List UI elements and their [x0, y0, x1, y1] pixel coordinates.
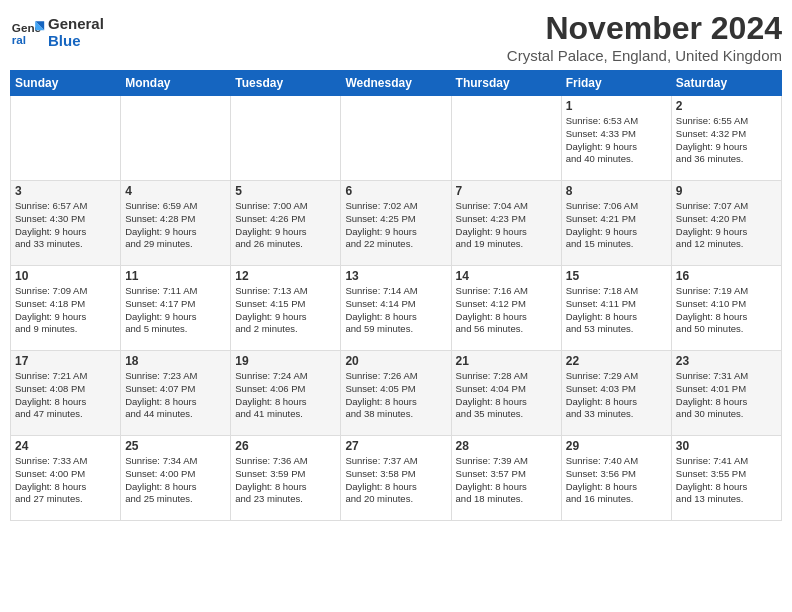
calendar-cell: 13Sunrise: 7:14 AM Sunset: 4:14 PM Dayli… — [341, 266, 451, 351]
calendar-cell: 20Sunrise: 7:26 AM Sunset: 4:05 PM Dayli… — [341, 351, 451, 436]
calendar-cell: 10Sunrise: 7:09 AM Sunset: 4:18 PM Dayli… — [11, 266, 121, 351]
day-info: Sunrise: 7:21 AM Sunset: 4:08 PM Dayligh… — [15, 370, 116, 421]
title-section: November 2024 Crystal Palace, England, U… — [507, 10, 782, 64]
calendar-cell: 30Sunrise: 7:41 AM Sunset: 3:55 PM Dayli… — [671, 436, 781, 521]
logo-icon: Gene ral — [10, 14, 46, 50]
calendar-cell — [11, 96, 121, 181]
weekday-header: Tuesday — [231, 71, 341, 96]
day-number: 8 — [566, 184, 667, 198]
day-number: 24 — [15, 439, 116, 453]
day-info: Sunrise: 7:23 AM Sunset: 4:07 PM Dayligh… — [125, 370, 226, 421]
month-title: November 2024 — [507, 10, 782, 47]
day-number: 20 — [345, 354, 446, 368]
calendar-cell: 24Sunrise: 7:33 AM Sunset: 4:00 PM Dayli… — [11, 436, 121, 521]
day-info: Sunrise: 6:59 AM Sunset: 4:28 PM Dayligh… — [125, 200, 226, 251]
day-info: Sunrise: 7:06 AM Sunset: 4:21 PM Dayligh… — [566, 200, 667, 251]
weekday-header: Friday — [561, 71, 671, 96]
day-info: Sunrise: 7:07 AM Sunset: 4:20 PM Dayligh… — [676, 200, 777, 251]
day-number: 13 — [345, 269, 446, 283]
calendar-week-row: 10Sunrise: 7:09 AM Sunset: 4:18 PM Dayli… — [11, 266, 782, 351]
calendar-cell: 3Sunrise: 6:57 AM Sunset: 4:30 PM Daylig… — [11, 181, 121, 266]
weekday-header: Thursday — [451, 71, 561, 96]
calendar-cell: 4Sunrise: 6:59 AM Sunset: 4:28 PM Daylig… — [121, 181, 231, 266]
day-number: 4 — [125, 184, 226, 198]
calendar-cell: 1Sunrise: 6:53 AM Sunset: 4:33 PM Daylig… — [561, 96, 671, 181]
day-number: 18 — [125, 354, 226, 368]
calendar-header: SundayMondayTuesdayWednesdayThursdayFrid… — [11, 71, 782, 96]
logo: Gene ral General Blue — [10, 14, 104, 50]
day-number: 30 — [676, 439, 777, 453]
day-info: Sunrise: 7:39 AM Sunset: 3:57 PM Dayligh… — [456, 455, 557, 506]
day-number: 5 — [235, 184, 336, 198]
day-info: Sunrise: 7:37 AM Sunset: 3:58 PM Dayligh… — [345, 455, 446, 506]
weekday-header: Sunday — [11, 71, 121, 96]
calendar-cell: 29Sunrise: 7:40 AM Sunset: 3:56 PM Dayli… — [561, 436, 671, 521]
calendar-cell: 16Sunrise: 7:19 AM Sunset: 4:10 PM Dayli… — [671, 266, 781, 351]
logo-line1: General — [48, 15, 104, 32]
calendar-cell: 7Sunrise: 7:04 AM Sunset: 4:23 PM Daylig… — [451, 181, 561, 266]
calendar-cell: 11Sunrise: 7:11 AM Sunset: 4:17 PM Dayli… — [121, 266, 231, 351]
day-info: Sunrise: 7:36 AM Sunset: 3:59 PM Dayligh… — [235, 455, 336, 506]
day-info: Sunrise: 6:53 AM Sunset: 4:33 PM Dayligh… — [566, 115, 667, 166]
day-info: Sunrise: 7:09 AM Sunset: 4:18 PM Dayligh… — [15, 285, 116, 336]
day-info: Sunrise: 7:41 AM Sunset: 3:55 PM Dayligh… — [676, 455, 777, 506]
calendar-cell — [341, 96, 451, 181]
day-info: Sunrise: 7:11 AM Sunset: 4:17 PM Dayligh… — [125, 285, 226, 336]
day-number: 2 — [676, 99, 777, 113]
calendar-cell: 15Sunrise: 7:18 AM Sunset: 4:11 PM Dayli… — [561, 266, 671, 351]
calendar-week-row: 3Sunrise: 6:57 AM Sunset: 4:30 PM Daylig… — [11, 181, 782, 266]
day-number: 6 — [345, 184, 446, 198]
day-info: Sunrise: 7:31 AM Sunset: 4:01 PM Dayligh… — [676, 370, 777, 421]
day-number: 14 — [456, 269, 557, 283]
weekday-header: Saturday — [671, 71, 781, 96]
calendar-week-row: 1Sunrise: 6:53 AM Sunset: 4:33 PM Daylig… — [11, 96, 782, 181]
day-info: Sunrise: 7:34 AM Sunset: 4:00 PM Dayligh… — [125, 455, 226, 506]
calendar-cell: 22Sunrise: 7:29 AM Sunset: 4:03 PM Dayli… — [561, 351, 671, 436]
day-info: Sunrise: 7:28 AM Sunset: 4:04 PM Dayligh… — [456, 370, 557, 421]
svg-text:ral: ral — [12, 33, 26, 46]
calendar-cell: 19Sunrise: 7:24 AM Sunset: 4:06 PM Dayli… — [231, 351, 341, 436]
day-number: 25 — [125, 439, 226, 453]
day-number: 10 — [15, 269, 116, 283]
calendar-cell: 23Sunrise: 7:31 AM Sunset: 4:01 PM Dayli… — [671, 351, 781, 436]
weekday-header: Monday — [121, 71, 231, 96]
day-info: Sunrise: 7:33 AM Sunset: 4:00 PM Dayligh… — [15, 455, 116, 506]
day-number: 9 — [676, 184, 777, 198]
day-number: 11 — [125, 269, 226, 283]
day-number: 21 — [456, 354, 557, 368]
day-info: Sunrise: 7:13 AM Sunset: 4:15 PM Dayligh… — [235, 285, 336, 336]
day-info: Sunrise: 7:16 AM Sunset: 4:12 PM Dayligh… — [456, 285, 557, 336]
calendar-cell: 6Sunrise: 7:02 AM Sunset: 4:25 PM Daylig… — [341, 181, 451, 266]
day-info: Sunrise: 7:29 AM Sunset: 4:03 PM Dayligh… — [566, 370, 667, 421]
logo-line2: Blue — [48, 32, 104, 49]
calendar-week-row: 17Sunrise: 7:21 AM Sunset: 4:08 PM Dayli… — [11, 351, 782, 436]
day-info: Sunrise: 6:57 AM Sunset: 4:30 PM Dayligh… — [15, 200, 116, 251]
day-info: Sunrise: 7:02 AM Sunset: 4:25 PM Dayligh… — [345, 200, 446, 251]
day-info: Sunrise: 7:40 AM Sunset: 3:56 PM Dayligh… — [566, 455, 667, 506]
day-info: Sunrise: 7:26 AM Sunset: 4:05 PM Dayligh… — [345, 370, 446, 421]
calendar-cell — [451, 96, 561, 181]
calendar-table: SundayMondayTuesdayWednesdayThursdayFrid… — [10, 70, 782, 521]
day-number: 15 — [566, 269, 667, 283]
day-number: 26 — [235, 439, 336, 453]
calendar-cell: 21Sunrise: 7:28 AM Sunset: 4:04 PM Dayli… — [451, 351, 561, 436]
day-number: 28 — [456, 439, 557, 453]
day-number: 16 — [676, 269, 777, 283]
calendar-cell: 12Sunrise: 7:13 AM Sunset: 4:15 PM Dayli… — [231, 266, 341, 351]
calendar-cell: 17Sunrise: 7:21 AM Sunset: 4:08 PM Dayli… — [11, 351, 121, 436]
day-info: Sunrise: 7:00 AM Sunset: 4:26 PM Dayligh… — [235, 200, 336, 251]
calendar-cell: 18Sunrise: 7:23 AM Sunset: 4:07 PM Dayli… — [121, 351, 231, 436]
calendar-cell: 28Sunrise: 7:39 AM Sunset: 3:57 PM Dayli… — [451, 436, 561, 521]
day-number: 1 — [566, 99, 667, 113]
day-number: 19 — [235, 354, 336, 368]
calendar-cell — [231, 96, 341, 181]
day-info: Sunrise: 7:18 AM Sunset: 4:11 PM Dayligh… — [566, 285, 667, 336]
day-info: Sunrise: 7:24 AM Sunset: 4:06 PM Dayligh… — [235, 370, 336, 421]
weekday-header: Wednesday — [341, 71, 451, 96]
page-header: Gene ral General Blue November 2024 Crys… — [10, 10, 782, 64]
day-number: 29 — [566, 439, 667, 453]
day-number: 23 — [676, 354, 777, 368]
day-number: 3 — [15, 184, 116, 198]
calendar-cell: 5Sunrise: 7:00 AM Sunset: 4:26 PM Daylig… — [231, 181, 341, 266]
calendar-cell: 26Sunrise: 7:36 AM Sunset: 3:59 PM Dayli… — [231, 436, 341, 521]
